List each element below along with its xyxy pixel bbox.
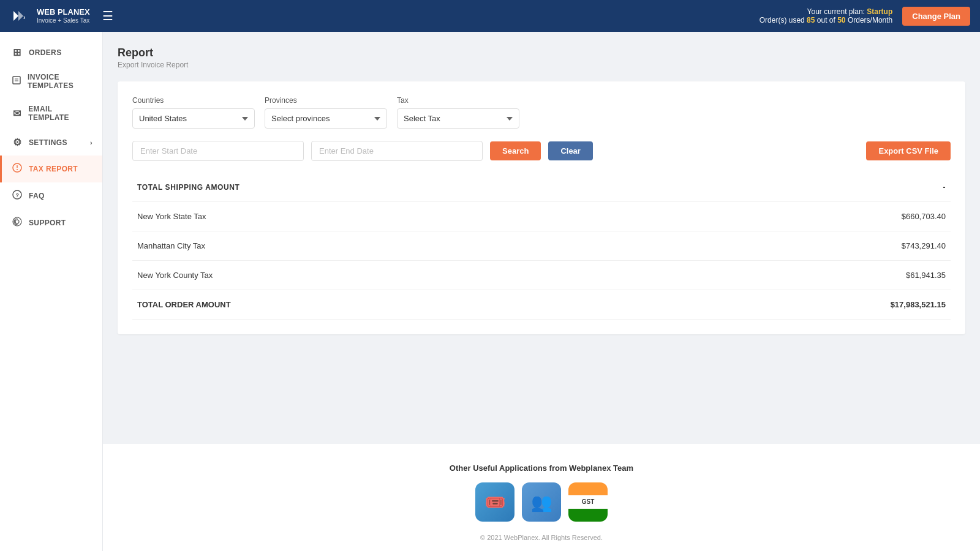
- chevron-right-icon: ›: [90, 139, 92, 146]
- plan-name: Startup: [867, 7, 892, 16]
- footer: Other Useful Applications from Webplanex…: [103, 444, 980, 551]
- countries-label: Countries: [132, 96, 255, 105]
- page-subtitle: Export Invoice Report: [118, 61, 965, 69]
- tax-label: Tax: [397, 96, 519, 105]
- row-label: TOTAL SHIPPING AMOUNT: [132, 173, 650, 202]
- countries-select[interactable]: United States Canada United Kingdom: [132, 108, 255, 129]
- table-row: Manhattan City Tax $743,291.40: [132, 231, 951, 261]
- app-icon-sticker[interactable]: 🎟️: [475, 482, 514, 522]
- sidebar-label-tax-report: TAX REPORT: [29, 165, 78, 173]
- sidebar-item-faq[interactable]: ? FAQ: [0, 182, 102, 209]
- row-label: New York State Tax: [132, 202, 650, 231]
- total-value: $17,983,521.15: [650, 290, 951, 320]
- row-label: New York County Tax: [132, 261, 650, 290]
- logo-icon: ›: [10, 5, 32, 27]
- main-panel: Report Export Invoice Report Countries U…: [103, 32, 980, 334]
- svg-point-9: [17, 169, 18, 170]
- countries-filter-group: Countries United States Canada United Ki…: [132, 96, 255, 129]
- sidebar-label-email-template: EMAIL TEMPLATE: [28, 105, 92, 122]
- report-card: Countries United States Canada United Ki…: [118, 81, 965, 334]
- row-value: $660,703.40: [650, 202, 951, 231]
- table-row-total: TOTAL ORDER AMOUNT $17,983,521.15: [132, 290, 951, 320]
- row-value: $61,941.35: [650, 261, 951, 290]
- orders-limit: 50: [837, 16, 845, 24]
- table-row: New York State Tax $660,703.40: [132, 202, 951, 231]
- page-title: Report: [118, 47, 965, 59]
- sidebar-item-invoice-templates[interactable]: INVOICE TEMPLATES: [0, 66, 102, 97]
- email-template-icon: ✉: [12, 108, 22, 119]
- sidebar-item-email-template[interactable]: ✉ EMAIL TEMPLATE: [0, 97, 102, 129]
- tax-report-icon: [12, 163, 23, 175]
- search-button[interactable]: Search: [490, 141, 541, 160]
- hamburger-icon[interactable]: ☰: [102, 9, 113, 23]
- date-search-row: Search Clear Export CSV File: [132, 141, 951, 161]
- app-icon-gst[interactable]: GST: [568, 482, 608, 522]
- filter-row: Countries United States Canada United Ki…: [132, 96, 951, 129]
- row-value: $743,291.40: [650, 231, 951, 261]
- faq-icon: ?: [12, 190, 23, 202]
- sidebar: ⊞ ORDERS INVOICE TEMPLATES ✉ EMAIL TEMPL…: [0, 32, 103, 551]
- total-label: TOTAL ORDER AMOUNT: [132, 290, 650, 320]
- app-icon-people[interactable]: 👥: [522, 482, 561, 522]
- end-date-input[interactable]: [311, 141, 483, 161]
- plan-info: Your current plan: Startup Order(s) used…: [760, 7, 893, 24]
- footer-copyright: © 2021 WebPlanex. All Rights Reserved.: [103, 534, 980, 541]
- tax-filter-group: Tax Select Tax: [397, 96, 519, 129]
- report-table: TOTAL SHIPPING AMOUNT - New York State T…: [132, 173, 951, 320]
- sidebar-item-support[interactable]: SUPPORT: [0, 209, 102, 236]
- table-row: New York County Tax $61,941.35: [132, 261, 951, 290]
- provinces-select[interactable]: Select provinces: [265, 108, 387, 129]
- main-content: Report Export Invoice Report Countries U…: [103, 32, 980, 444]
- content-area: Report Export Invoice Report Countries U…: [103, 32, 980, 551]
- support-icon: [12, 217, 23, 229]
- orders-used: 85: [807, 16, 815, 24]
- start-date-input[interactable]: [132, 141, 304, 161]
- sidebar-item-orders[interactable]: ⊞ ORDERS: [0, 39, 102, 66]
- sidebar-item-settings[interactable]: ⚙ SETTINGS ›: [0, 129, 102, 156]
- logo-sub: Invoice + Sales Tax: [37, 17, 90, 24]
- sidebar-label-invoice-templates: INVOICE TEMPLATES: [28, 73, 92, 90]
- export-csv-button[interactable]: Export CSV File: [866, 141, 951, 160]
- clear-button[interactable]: Clear: [548, 141, 593, 160]
- header-right: Your current plan: Startup Order(s) used…: [760, 7, 970, 26]
- settings-icon: ⚙: [12, 137, 23, 148]
- logo-name: WEB PLANEX: [37, 7, 90, 17]
- sidebar-item-tax-report[interactable]: TAX REPORT: [0, 156, 102, 182]
- sidebar-label-orders: ORDERS: [29, 48, 62, 57]
- tax-select[interactable]: Select Tax: [397, 108, 519, 129]
- invoice-templates-icon: [12, 75, 21, 88]
- sidebar-label-faq: FAQ: [29, 192, 45, 200]
- table-row: TOTAL SHIPPING AMOUNT -: [132, 173, 951, 202]
- footer-apps-title: Other Useful Applications from Webplanex…: [103, 463, 980, 473]
- change-plan-button[interactable]: Change Plan: [902, 7, 970, 26]
- logo: › WEB PLANEX Invoice + Sales Tax ☰: [10, 5, 113, 27]
- row-value: -: [650, 173, 951, 202]
- provinces-label: Provinces: [265, 96, 387, 105]
- row-label: Manhattan City Tax: [132, 231, 650, 261]
- svg-text:?: ?: [16, 192, 20, 198]
- sidebar-label-settings: SETTINGS: [29, 138, 67, 147]
- footer-apps: 🎟️ 👥 GST: [103, 482, 980, 522]
- sidebar-label-support: SUPPORT: [29, 219, 66, 227]
- svg-rect-4: [13, 77, 20, 84]
- provinces-filter-group: Provinces Select provinces: [265, 96, 387, 129]
- orders-icon: ⊞: [12, 47, 23, 58]
- app-header: › WEB PLANEX Invoice + Sales Tax ☰ Your …: [0, 0, 980, 32]
- svg-text:›: ›: [23, 14, 25, 21]
